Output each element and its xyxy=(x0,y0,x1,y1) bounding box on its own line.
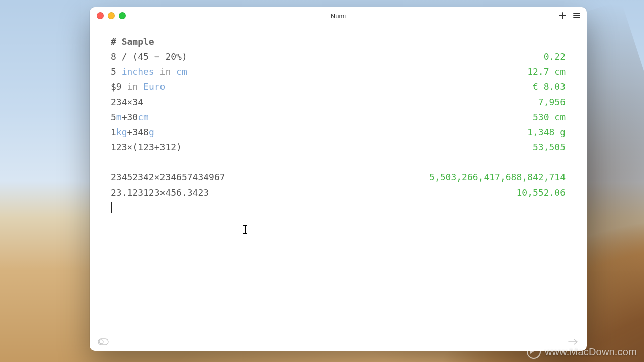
result: 7,956 xyxy=(538,95,566,110)
result: 10,552.06 xyxy=(516,185,566,200)
token: # xyxy=(111,36,122,47)
menu-icon[interactable] xyxy=(573,12,581,20)
token: 348 xyxy=(132,127,149,137)
token xyxy=(122,81,127,92)
token: in xyxy=(127,81,138,92)
footer-bar xyxy=(90,335,587,351)
token: 1 xyxy=(111,127,116,137)
calc-line[interactable]: 1kg+348g1,348 g xyxy=(111,125,566,140)
expression[interactable]: 5 inches in cm xyxy=(111,64,187,79)
expression[interactable]: 123×(123+312) xyxy=(111,140,182,155)
token: 234 xyxy=(111,97,127,107)
expression[interactable]: 5m+30cm xyxy=(111,110,149,125)
result: 12.7 cm xyxy=(527,64,566,79)
token xyxy=(154,66,160,77)
text-cursor-icon xyxy=(243,225,248,234)
token: × xyxy=(160,187,166,198)
result: € 8.03 xyxy=(533,79,566,95)
token: g xyxy=(149,127,154,137)
token: ) xyxy=(182,51,187,62)
expression[interactable]: 1kg+348g xyxy=(111,125,154,140)
calc-line[interactable]: 5 inches in cm12.7 cm xyxy=(111,64,566,79)
token xyxy=(171,66,176,77)
result: 530 cm xyxy=(533,110,566,125)
heading-line[interactable]: # Sample xyxy=(111,34,566,49)
arrow-right-icon[interactable] xyxy=(568,338,579,345)
token xyxy=(116,66,122,77)
token: m xyxy=(116,112,122,122)
token: 5 xyxy=(111,112,116,122)
close-window-button[interactable] xyxy=(97,12,104,19)
token: 123 xyxy=(138,142,154,152)
token: − xyxy=(149,51,166,62)
expression[interactable]: 8 / (45 − 20%) xyxy=(111,49,187,64)
result: 1,348 g xyxy=(527,125,566,140)
token: 123 xyxy=(111,142,127,152)
caret-icon xyxy=(111,202,112,213)
calc-line[interactable]: 23452342×2346574349675,503,266,417,688,8… xyxy=(111,170,566,185)
token: 45 xyxy=(138,51,149,62)
titlebar[interactable]: Numi xyxy=(90,7,587,24)
token: 20% xyxy=(165,51,182,62)
token: 234657434967 xyxy=(160,172,225,183)
token: Euro xyxy=(143,81,165,92)
watermark: www.MacDown.com xyxy=(527,345,637,359)
token: 8 xyxy=(111,51,116,62)
calc-line[interactable]: $9 in Euro€ 8.03 xyxy=(111,79,566,95)
token: × xyxy=(127,97,133,107)
token: $ xyxy=(111,81,116,92)
expression[interactable]: # Sample xyxy=(111,34,154,49)
token: inches xyxy=(122,66,154,77)
token: in xyxy=(160,66,171,77)
editor-area[interactable]: # Sample8 / (45 − 20%)0.225 inches in cm… xyxy=(90,24,587,335)
token: / ( xyxy=(116,51,138,62)
calc-line[interactable]: 234×347,956 xyxy=(111,95,566,110)
token: 23.123123 xyxy=(111,187,160,198)
expression[interactable]: $9 in Euro xyxy=(111,79,165,95)
result: 0.22 xyxy=(544,49,566,64)
token: 456.3423 xyxy=(165,187,209,198)
token: + xyxy=(122,112,127,122)
toggle-icon[interactable] xyxy=(98,338,109,345)
token: cm xyxy=(176,66,187,77)
blank-line xyxy=(111,155,566,170)
token: 312 xyxy=(160,142,177,152)
expression[interactable]: 234×34 xyxy=(111,95,143,110)
token: ×( xyxy=(127,142,138,152)
result: 5,503,266,417,688,842,714 xyxy=(429,170,566,185)
expression[interactable]: 23.123123×456.3423 xyxy=(111,185,209,200)
watermark-text: www.MacDown.com xyxy=(545,346,637,358)
result: 53,505 xyxy=(533,140,566,155)
token: kg xyxy=(116,127,127,137)
zoom-window-button[interactable] xyxy=(119,12,126,19)
token: + xyxy=(154,142,160,152)
calc-line[interactable]: 5m+30cm530 cm xyxy=(111,110,566,125)
token: ) xyxy=(176,142,182,152)
svg-point-1 xyxy=(99,340,103,344)
calc-line[interactable]: 8 / (45 − 20%)0.22 xyxy=(111,49,566,64)
active-line[interactable] xyxy=(111,200,566,215)
token xyxy=(138,81,143,92)
token: 9 xyxy=(116,81,122,92)
calc-line[interactable]: 123×(123+312)53,505 xyxy=(111,140,566,155)
app-window: Numi # Sample8 / (45 − 20%)0.225 inches … xyxy=(90,7,587,351)
minimize-window-button[interactable] xyxy=(108,12,115,19)
token: 5 xyxy=(111,66,116,77)
expression[interactable]: 23452342×234657434967 xyxy=(111,170,225,185)
token: cm xyxy=(138,112,149,122)
token: 30 xyxy=(127,112,138,122)
token: Sample xyxy=(122,36,154,47)
token: 23452342 xyxy=(111,172,154,183)
token: + xyxy=(127,127,133,137)
watermark-logo-icon xyxy=(527,345,541,359)
calc-line[interactable]: 23.123123×456.342310,552.06 xyxy=(111,185,566,200)
token: × xyxy=(154,172,160,183)
window-title: Numi xyxy=(90,12,587,20)
new-note-icon[interactable] xyxy=(558,12,567,20)
token: 34 xyxy=(132,97,143,107)
window-controls xyxy=(90,12,126,19)
